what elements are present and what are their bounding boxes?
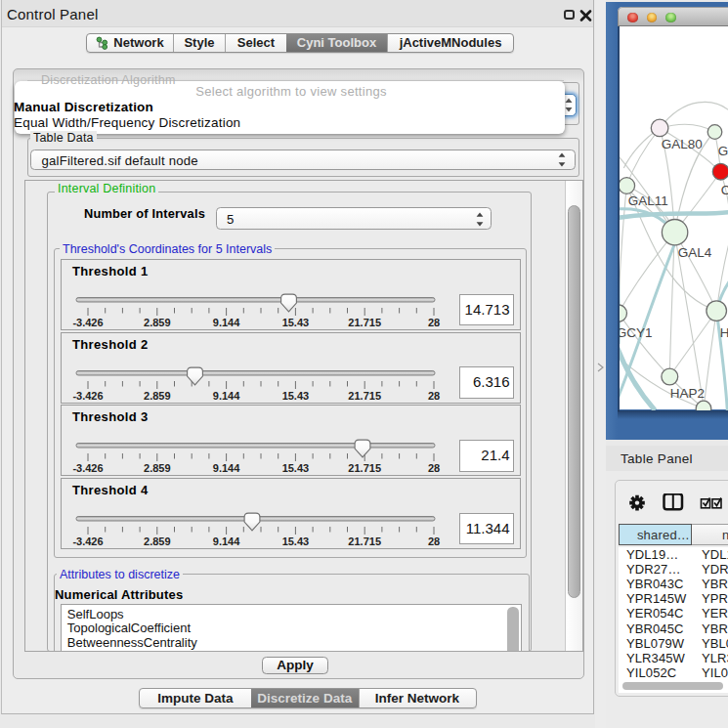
svg-text:15.43: 15.43 (282, 317, 310, 328)
svg-text:9.144: 9.144 (213, 462, 240, 474)
svg-text:2.859: 2.859 (144, 390, 171, 402)
svg-text:28: 28 (428, 390, 440, 402)
svg-text:15.43: 15.43 (282, 462, 310, 474)
svg-text:28: 28 (428, 317, 440, 328)
svg-text:9.144: 9.144 (213, 317, 240, 328)
svg-text:GCY1: GCY1 (620, 325, 653, 340)
svg-text:2.859: 2.859 (144, 462, 171, 474)
svg-text:9.144: 9.144 (213, 535, 240, 547)
svg-text:28: 28 (428, 462, 440, 474)
svg-text:-3.426: -3.426 (72, 535, 103, 547)
svg-text:H: H (719, 325, 727, 340)
svg-text:15.43: 15.43 (282, 535, 310, 547)
svg-text:2.859: 2.859 (144, 317, 171, 328)
svg-text:21.715: 21.715 (348, 390, 381, 402)
svg-text:GAL80: GAL80 (661, 138, 702, 152)
svg-text:15.43: 15.43 (282, 390, 310, 402)
svg-text:-3.426: -3.426 (72, 390, 103, 402)
svg-text:21.715: 21.715 (348, 317, 381, 328)
svg-text:GA: GA (717, 145, 727, 159)
svg-text:21.715: 21.715 (348, 535, 381, 547)
svg-text:C: C (720, 184, 727, 198)
svg-text:GAL4: GAL4 (677, 245, 711, 260)
svg-text:21.715: 21.715 (348, 462, 381, 474)
svg-text:2.859: 2.859 (144, 535, 171, 547)
svg-text:28: 28 (428, 535, 440, 547)
svg-text:HAP2: HAP2 (669, 386, 704, 401)
svg-text:9.144: 9.144 (213, 390, 240, 402)
svg-text:-3.426: -3.426 (72, 462, 103, 474)
svg-text:GAL11: GAL11 (627, 194, 667, 209)
svg-text:-3.426: -3.426 (72, 317, 103, 328)
